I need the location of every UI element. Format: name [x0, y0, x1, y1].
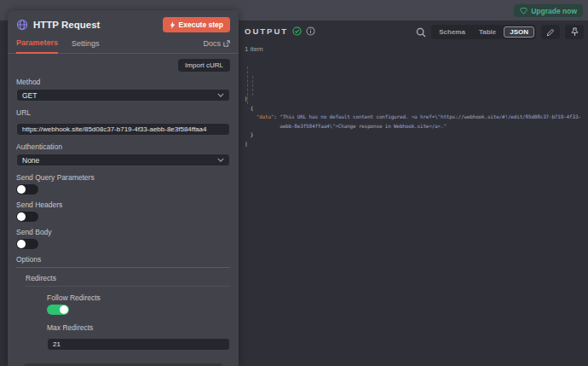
indent-guide — [247, 67, 248, 104]
pencil-icon — [546, 28, 555, 37]
info-icon[interactable] — [306, 26, 315, 36]
max-redirects-field: Max Redirects — [47, 323, 230, 351]
indent-guide — [252, 76, 253, 96]
docs-label: Docs — [203, 39, 221, 48]
authentication-field: Authentication None — [16, 142, 230, 166]
gem-icon — [520, 8, 527, 15]
view-table[interactable]: Table — [473, 26, 502, 38]
output-controls: Schema Table JSON — [416, 25, 584, 39]
upgrade-now-button[interactable]: Upgrade now — [514, 4, 583, 17]
tab-parameters[interactable]: Parameters — [16, 38, 58, 54]
pin-data-button[interactable] — [565, 25, 584, 39]
redirects-heading: Redirects — [26, 274, 230, 287]
method-label: Method — [16, 78, 230, 86]
globe-icon — [16, 19, 28, 31]
follow-redirects-label: Follow Redirects — [47, 293, 230, 302]
send-headers-field: Send Headers — [16, 200, 230, 222]
options-heading: Options — [16, 255, 230, 268]
upgrade-now-label: Upgrade now — [531, 7, 577, 15]
success-check-icon — [292, 26, 302, 36]
send-body-field: Send Body — [16, 228, 230, 249]
follow-redirects-field: Follow Redirects — [47, 293, 230, 315]
url-field: URL — [16, 108, 230, 136]
node-tabs: Parameters Settings Docs — [8, 37, 239, 54]
chevron-down-icon — [217, 93, 224, 97]
send-query-parameters-field: Send Query Parameters — [16, 173, 230, 195]
external-link-icon — [223, 40, 230, 47]
output-title: OUTPUT — [245, 26, 288, 36]
execute-step-label: Execute step — [179, 20, 223, 29]
send-query-parameters-toggle[interactable] — [16, 184, 38, 195]
http-request-node-panel: HTTP Request Execute step Parameters Set… — [8, 10, 239, 366]
send-headers-toggle[interactable] — [16, 212, 38, 222]
view-json[interactable]: JSON — [504, 26, 534, 38]
json-code: [ { "data": "This URL has no default con… — [245, 95, 585, 148]
import-curl-button[interactable]: Import cURL — [178, 59, 230, 72]
method-select[interactable]: GET — [16, 89, 230, 102]
method-value: GET — [22, 91, 37, 100]
authentication-select[interactable]: None — [16, 154, 230, 166]
method-field: Method GET — [16, 78, 230, 102]
output-header: OUTPUT — [245, 26, 315, 36]
authentication-value: None — [22, 156, 39, 165]
send-body-toggle[interactable] — [16, 239, 38, 249]
max-redirects-label: Max Redirects — [47, 323, 230, 332]
max-redirects-input[interactable] — [47, 338, 230, 351]
view-schema[interactable]: Schema — [433, 26, 471, 38]
chevron-down-icon — [217, 158, 224, 162]
add-option-button[interactable]: Add option — [23, 363, 223, 366]
output-view-switcher: Schema Table JSON — [431, 25, 536, 39]
execute-step-button[interactable]: Execute step — [163, 17, 230, 32]
pin-icon — [571, 27, 579, 37]
lightning-icon — [170, 21, 176, 29]
follow-redirects-toggle[interactable] — [47, 305, 69, 315]
send-body-label: Send Body — [16, 228, 230, 236]
tab-settings[interactable]: Settings — [72, 39, 100, 53]
send-headers-label: Send Headers — [16, 200, 230, 209]
send-query-parameters-label: Send Query Parameters — [16, 173, 230, 182]
parameters-body: Import cURL Method GET URL Authenticatio… — [8, 54, 239, 366]
edit-output-button[interactable] — [541, 25, 560, 39]
docs-link[interactable]: Docs — [203, 39, 230, 53]
items-count: 1 item — [245, 45, 263, 53]
json-output-view[interactable]: [ { "data": "This URL has no default con… — [245, 59, 585, 158]
url-input[interactable] — [16, 123, 230, 136]
search-icon[interactable] — [416, 27, 426, 38]
node-header: HTTP Request Execute step — [8, 10, 239, 37]
node-title: HTTP Request — [33, 20, 100, 30]
authentication-label: Authentication — [16, 142, 230, 151]
redirects-section: Redirects Follow Redirects Max Redirects — [26, 274, 230, 351]
url-label: URL — [16, 108, 230, 117]
